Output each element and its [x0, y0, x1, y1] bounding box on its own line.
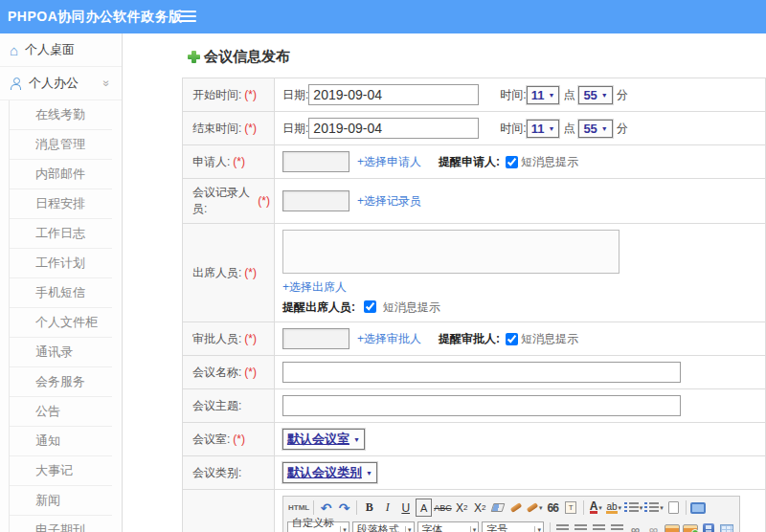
align-left-icon[interactable] [554, 521, 571, 532]
required-mark: (*) [244, 266, 257, 279]
approver-sms-checkbox[interactable] [506, 333, 518, 345]
fullscreen-icon[interactable] [690, 499, 707, 517]
font-size-select[interactable]: 字号▾ [482, 521, 544, 532]
highlight-color-button[interactable]: ab▾ [606, 499, 622, 517]
select-attendees-link[interactable]: +选择出席人 [282, 280, 347, 294]
sidebar: ⌂ 个人桌面 个人办公 » 在线考勤 消息管理 内部邮件 日程安排 工作日志 工… [0, 33, 123, 532]
start-minute-select[interactable]: 55 ▼ [578, 86, 612, 104]
sidebar-item-events[interactable]: 大事记 [10, 456, 112, 486]
ordered-list-icon[interactable]: ▾ [624, 499, 643, 517]
attendees-sms-checkbox[interactable] [364, 300, 376, 313]
minute-unit: 分 [617, 121, 628, 137]
sidebar-item-attendance[interactable]: 在线考勤 [10, 100, 112, 130]
sidebar-item-work-log[interactable]: 工作日志 [10, 219, 112, 249]
row-approver: 审批人员: (*) +选择审批人 提醒审批人: 短消息提示 [183, 322, 765, 356]
sidebar-item-notice[interactable]: 通知 [10, 427, 112, 456]
table-icon[interactable] [718, 521, 734, 532]
select-approver-link[interactable]: +选择审批人 [357, 331, 421, 347]
applicant-input[interactable] [282, 151, 349, 172]
remove-format-icon[interactable] [490, 499, 507, 517]
select-recorder-link[interactable]: +选择记录员 [357, 193, 421, 210]
sidebar-item-sms[interactable]: 手机短信 [10, 278, 112, 308]
end-hour-select[interactable]: 11 ▼ [527, 120, 560, 138]
row-meeting-subject: 会议主题: [183, 389, 765, 423]
sidebar-item-news[interactable]: 新闻 [10, 486, 112, 516]
start-date-input[interactable] [308, 84, 479, 105]
hamburger-icon[interactable] [180, 11, 196, 25]
blockquote-button[interactable]: 66 [545, 499, 561, 517]
sidebar-item-work-plan[interactable]: 工作计划 [10, 249, 112, 278]
redo-icon[interactable]: ↷ [336, 499, 352, 517]
meeting-subject-label: 会议主题: [192, 398, 241, 414]
sidebar-item-schedule[interactable]: 日程安排 [10, 189, 112, 219]
align-justify-icon[interactable] [609, 521, 625, 532]
html-source-button[interactable]: HTML [288, 499, 309, 517]
link-icon[interactable]: ∞ [627, 521, 643, 532]
italic-button[interactable]: I [379, 499, 395, 517]
sidebar-item-messages[interactable]: 消息管理 [10, 130, 112, 160]
sidebar-item-office[interactable]: 个人办公 » [0, 67, 122, 100]
meeting-category-select[interactable]: 默认会议类别 ▼ [282, 462, 377, 483]
sidebar-item-contacts[interactable]: 通讯录 [10, 338, 112, 367]
custom-heading-select[interactable]: 自定义标题▾ [287, 521, 349, 532]
required-mark: (*) [258, 194, 270, 208]
sidebar-item-meeting-service[interactable]: 会务服务 [10, 367, 112, 397]
required-mark: (*) [244, 88, 257, 101]
sidebar-item-file-cabinet[interactable]: 个人文件柜 [10, 308, 112, 338]
new-document-icon[interactable] [665, 499, 682, 517]
recorder-input[interactable] [282, 190, 349, 211]
caret-down-icon: ▼ [548, 125, 554, 132]
required-mark: (*) [233, 432, 245, 446]
caret-down-icon: ▼ [366, 470, 372, 477]
meeting-room-label: 会议室: [192, 432, 230, 448]
row-applicant: 申请人: (*) +选择申请人 提醒申请人: 短消息提示 [183, 145, 765, 179]
insert-image-icon[interactable] [682, 521, 698, 532]
end-time-label: 结束时间: [192, 121, 241, 137]
subscript-button[interactable]: X2 [472, 499, 488, 517]
meeting-room-select[interactable]: 默认会议室 ▼ [282, 429, 365, 450]
font-style-button[interactable]: A [416, 499, 432, 517]
date-label: 日期: [282, 121, 308, 137]
meeting-subject-input[interactable] [282, 395, 681, 416]
image-icon[interactable] [664, 521, 680, 532]
date-label: 日期: [282, 87, 308, 103]
sms-label: 短消息提示 [383, 300, 440, 314]
superscript-button[interactable]: X2 [454, 499, 470, 517]
row-end-time: 结束时间: (*) 日期: 时间: 11 ▼ 点 [183, 112, 765, 145]
align-center-icon[interactable] [573, 521, 589, 532]
paragraph-format-select[interactable]: 段落格式▾ [352, 521, 415, 532]
unlink-icon[interactable]: ∞ [645, 521, 662, 532]
row-recorder: 会议记录人员: (*) +选择记录员 [183, 179, 765, 224]
sidebar-item-e-journal[interactable]: 电子期刊 [10, 516, 112, 532]
caret-down-icon: ▼ [601, 125, 608, 132]
media-icon[interactable] [700, 521, 716, 532]
align-right-icon[interactable] [591, 521, 607, 532]
attendees-label: 出席人员: [192, 265, 241, 281]
format-brush-icon[interactable] [508, 499, 525, 517]
sidebar-item-desktop[interactable]: ⌂ 个人桌面 [0, 33, 122, 67]
row-meeting-room: 会议室: (*) 默认会议室 ▼ [183, 423, 765, 456]
unordered-list-icon[interactable]: ▾ [644, 499, 664, 517]
bold-button[interactable]: B [361, 499, 377, 517]
sidebar-item-announcement[interactable]: 公告 [10, 397, 112, 427]
style-brush-dropdown-icon[interactable]: ▾ [527, 499, 543, 517]
remind-applicant-label: 提醒申请人: [439, 154, 500, 170]
end-date-input[interactable] [308, 118, 479, 139]
font-family-select[interactable]: 字体▾ [417, 521, 480, 532]
end-minute-select[interactable]: 55 ▼ [578, 120, 612, 138]
approver-input[interactable] [282, 328, 349, 349]
attendees-textarea[interactable] [282, 230, 620, 274]
row-meeting-category: 会议类别: 默认会议类别 ▼ [183, 456, 765, 490]
undo-icon[interactable]: ↶ [318, 499, 334, 517]
paste-text-icon[interactable]: T [563, 499, 579, 517]
meeting-name-input[interactable] [282, 362, 681, 383]
meeting-category-label: 会议类别: [192, 465, 241, 481]
applicant-sms-checkbox[interactable] [506, 156, 518, 168]
underline-button[interactable]: U [397, 499, 414, 517]
sidebar-item-internal-mail[interactable]: 内部邮件 [10, 160, 112, 189]
strikethrough-button[interactable]: ABC [434, 499, 452, 517]
caret-down-icon: ▼ [548, 92, 554, 99]
start-hour-select[interactable]: 11 ▼ [527, 86, 560, 104]
font-color-button[interactable]: A▾ [588, 499, 604, 517]
select-applicant-link[interactable]: +选择申请人 [357, 154, 421, 170]
